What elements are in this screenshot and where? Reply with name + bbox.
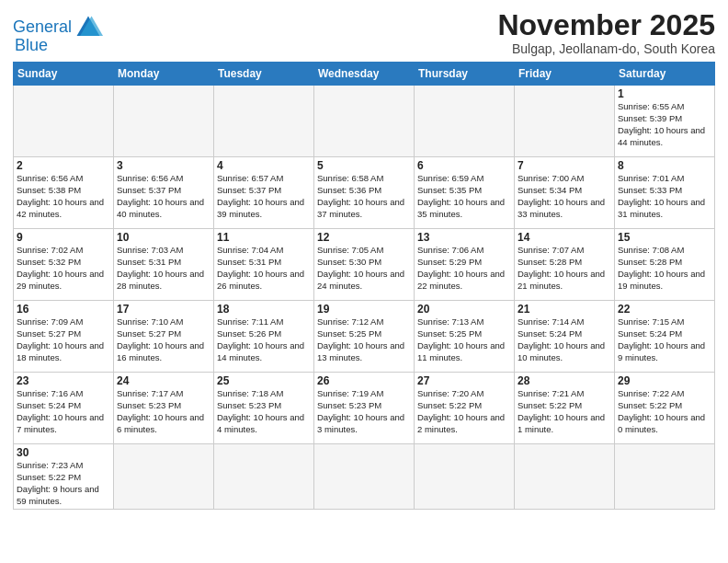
table-row: 3Sunrise: 6:56 AM Sunset: 5:37 PM Daylig… <box>114 157 214 229</box>
table-row: 2Sunrise: 6:56 AM Sunset: 5:38 PM Daylig… <box>14 157 114 229</box>
table-row: 13Sunrise: 7:06 AM Sunset: 5:29 PM Dayli… <box>415 229 515 301</box>
logo-blue: Blue <box>15 37 48 55</box>
day-number: 16 <box>17 303 110 316</box>
logo-text: General <box>13 18 72 37</box>
day-info: Sunrise: 7:08 AM Sunset: 5:28 PM Dayligh… <box>618 245 711 292</box>
day-info: Sunrise: 6:55 AM Sunset: 5:39 PM Dayligh… <box>618 101 711 148</box>
day-number: 19 <box>317 303 411 316</box>
table-row: 1Sunrise: 6:55 AM Sunset: 5:39 PM Daylig… <box>615 86 715 157</box>
table-row <box>314 86 415 157</box>
table-row: 15Sunrise: 7:08 AM Sunset: 5:28 PM Dayli… <box>615 229 715 301</box>
header: General Blue November 2025 Bulgap, Jeoll… <box>13 9 715 56</box>
day-number: 15 <box>618 231 711 244</box>
day-number: 29 <box>618 374 711 387</box>
table-row: 6Sunrise: 6:59 AM Sunset: 5:35 PM Daylig… <box>415 157 515 229</box>
table-row: 25Sunrise: 7:18 AM Sunset: 5:23 PM Dayli… <box>214 373 314 444</box>
day-info: Sunrise: 7:00 AM Sunset: 5:34 PM Dayligh… <box>518 173 611 220</box>
day-number: 30 <box>17 446 110 459</box>
month-title: November 2025 <box>497 9 715 41</box>
day-info: Sunrise: 6:59 AM Sunset: 5:35 PM Dayligh… <box>417 173 511 220</box>
day-number: 22 <box>618 303 711 316</box>
table-row: 5Sunrise: 6:58 AM Sunset: 5:36 PM Daylig… <box>314 157 415 229</box>
table-row <box>214 86 314 157</box>
table-row <box>615 444 715 510</box>
table-row: 16Sunrise: 7:09 AM Sunset: 5:27 PM Dayli… <box>14 301 114 373</box>
day-info: Sunrise: 7:05 AM Sunset: 5:30 PM Dayligh… <box>317 245 411 292</box>
page: General Blue November 2025 Bulgap, Jeoll… <box>0 0 728 563</box>
table-row: 18Sunrise: 7:11 AM Sunset: 5:26 PM Dayli… <box>214 301 314 373</box>
table-row: 23Sunrise: 7:16 AM Sunset: 5:24 PM Dayli… <box>14 373 114 444</box>
table-row: 28Sunrise: 7:21 AM Sunset: 5:22 PM Dayli… <box>515 373 615 444</box>
table-row <box>214 444 314 510</box>
day-number: 8 <box>618 159 711 172</box>
day-number: 20 <box>417 303 511 316</box>
table-row: 30Sunrise: 7:23 AM Sunset: 5:22 PM Dayli… <box>14 444 114 510</box>
day-info: Sunrise: 7:09 AM Sunset: 5:27 PM Dayligh… <box>17 316 110 363</box>
table-row <box>415 444 515 510</box>
day-number: 17 <box>117 303 210 316</box>
day-info: Sunrise: 7:02 AM Sunset: 5:32 PM Dayligh… <box>17 245 110 292</box>
col-tuesday: Tuesday <box>214 63 314 86</box>
table-row <box>515 86 615 157</box>
day-info: Sunrise: 7:11 AM Sunset: 5:26 PM Dayligh… <box>217 316 311 363</box>
table-row <box>114 86 214 157</box>
table-row: 22Sunrise: 7:15 AM Sunset: 5:24 PM Dayli… <box>615 301 715 373</box>
table-row: 10Sunrise: 7:03 AM Sunset: 5:31 PM Dayli… <box>114 229 214 301</box>
col-wednesday: Wednesday <box>314 63 415 86</box>
day-number: 13 <box>417 231 511 244</box>
title-block: November 2025 Bulgap, Jeollanam-do, Sout… <box>497 9 715 56</box>
table-row: 7Sunrise: 7:00 AM Sunset: 5:34 PM Daylig… <box>515 157 615 229</box>
day-number: 10 <box>117 231 210 244</box>
table-row: 26Sunrise: 7:19 AM Sunset: 5:23 PM Dayli… <box>314 373 415 444</box>
day-number: 12 <box>317 231 411 244</box>
day-number: 3 <box>117 159 210 172</box>
table-row <box>515 444 615 510</box>
table-row: 19Sunrise: 7:12 AM Sunset: 5:25 PM Dayli… <box>314 301 415 373</box>
table-row: 4Sunrise: 6:57 AM Sunset: 5:37 PM Daylig… <box>214 157 314 229</box>
col-saturday: Saturday <box>615 63 715 86</box>
col-friday: Friday <box>515 63 615 86</box>
day-info: Sunrise: 7:23 AM Sunset: 5:22 PM Dayligh… <box>17 460 110 507</box>
day-info: Sunrise: 7:20 AM Sunset: 5:22 PM Dayligh… <box>417 388 511 435</box>
day-number: 7 <box>518 159 611 172</box>
day-info: Sunrise: 7:15 AM Sunset: 5:24 PM Dayligh… <box>618 316 711 363</box>
table-row: 21Sunrise: 7:14 AM Sunset: 5:24 PM Dayli… <box>515 301 615 373</box>
col-sunday: Sunday <box>14 63 114 86</box>
table-row: 8Sunrise: 7:01 AM Sunset: 5:33 PM Daylig… <box>615 157 715 229</box>
day-number: 18 <box>217 303 311 316</box>
day-info: Sunrise: 7:01 AM Sunset: 5:33 PM Dayligh… <box>618 173 711 220</box>
calendar: Sunday Monday Tuesday Wednesday Thursday… <box>13 62 715 510</box>
table-row <box>415 86 515 157</box>
day-number: 24 <box>117 374 210 387</box>
day-number: 9 <box>17 231 110 244</box>
day-info: Sunrise: 7:13 AM Sunset: 5:25 PM Dayligh… <box>417 316 511 363</box>
day-info: Sunrise: 7:18 AM Sunset: 5:23 PM Dayligh… <box>217 388 311 435</box>
day-info: Sunrise: 6:56 AM Sunset: 5:38 PM Dayligh… <box>17 173 110 220</box>
table-row: 20Sunrise: 7:13 AM Sunset: 5:25 PM Dayli… <box>415 301 515 373</box>
day-info: Sunrise: 7:17 AM Sunset: 5:23 PM Dayligh… <box>117 388 210 435</box>
day-info: Sunrise: 7:06 AM Sunset: 5:29 PM Dayligh… <box>417 245 511 292</box>
day-number: 11 <box>217 231 311 244</box>
day-number: 21 <box>518 303 611 316</box>
logo-icon <box>74 13 103 42</box>
col-thursday: Thursday <box>415 63 515 86</box>
day-number: 25 <box>217 374 311 387</box>
table-row <box>14 86 114 157</box>
table-row: 29Sunrise: 7:22 AM Sunset: 5:22 PM Dayli… <box>615 373 715 444</box>
table-row <box>114 444 214 510</box>
col-monday: Monday <box>114 63 214 86</box>
logo: General Blue <box>13 13 103 55</box>
table-row: 27Sunrise: 7:20 AM Sunset: 5:22 PM Dayli… <box>415 373 515 444</box>
day-number: 27 <box>417 374 511 387</box>
day-number: 14 <box>518 231 611 244</box>
calendar-header-row: Sunday Monday Tuesday Wednesday Thursday… <box>14 63 715 86</box>
day-info: Sunrise: 7:12 AM Sunset: 5:25 PM Dayligh… <box>317 316 411 363</box>
table-row: 24Sunrise: 7:17 AM Sunset: 5:23 PM Dayli… <box>114 373 214 444</box>
day-info: Sunrise: 7:04 AM Sunset: 5:31 PM Dayligh… <box>217 245 311 292</box>
day-number: 5 <box>317 159 411 172</box>
day-number: 1 <box>618 87 711 100</box>
table-row: 12Sunrise: 7:05 AM Sunset: 5:30 PM Dayli… <box>314 229 415 301</box>
day-number: 23 <box>17 374 110 387</box>
day-number: 4 <box>217 159 311 172</box>
day-number: 6 <box>417 159 511 172</box>
